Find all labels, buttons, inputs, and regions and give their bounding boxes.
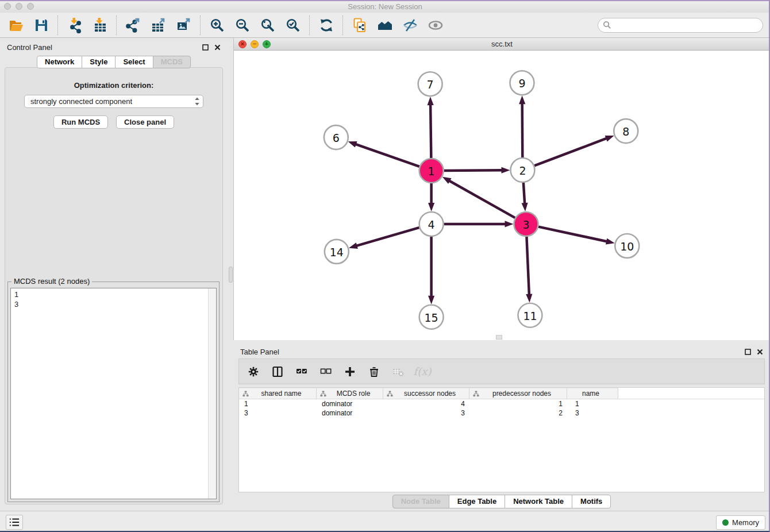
deselect-all-icon[interactable] <box>319 365 333 379</box>
graph-edge-1-7[interactable] <box>430 104 431 158</box>
graph-node-14[interactable]: 14 <box>325 240 349 264</box>
tab-node-table[interactable]: Node Table <box>392 495 449 508</box>
graph-node-10[interactable]: 10 <box>615 234 639 258</box>
graph-edge-3-10[interactable] <box>538 227 607 242</box>
graph-node-11[interactable]: 11 <box>518 303 542 327</box>
show-all-icon[interactable] <box>426 16 445 34</box>
optimization-criterion-select[interactable]: strongly connected component <box>24 95 203 108</box>
splitter-grip[interactable] <box>229 267 233 283</box>
canvas-grip[interactable] <box>496 335 502 340</box>
graph-edge-2-8[interactable] <box>534 138 607 165</box>
export-network-icon[interactable] <box>124 16 143 34</box>
tab-mcds[interactable]: MCDS <box>153 56 191 68</box>
graph-node-4[interactable]: 4 <box>419 212 444 236</box>
network-canvas[interactable]: 7968124314101511 <box>234 51 770 340</box>
edge-arrowhead <box>526 294 532 303</box>
close-panel-icon[interactable] <box>214 44 221 51</box>
node-label: 3 <box>522 218 529 231</box>
tab-motifs[interactable]: Motifs <box>572 495 611 508</box>
table-row[interactable]: 1dominator411 <box>239 399 764 408</box>
vertical-splitter[interactable] <box>228 38 233 510</box>
network-graph[interactable]: 7968124314101511 <box>234 51 770 340</box>
split-panel-icon[interactable] <box>271 365 284 379</box>
export-image-icon[interactable] <box>175 16 193 34</box>
memory-button[interactable]: Memory <box>716 515 765 530</box>
column-header-predecessor-nodes[interactable]: predecessor nodes <box>469 388 567 399</box>
table-cell: 1 <box>239 400 317 408</box>
graph-node-9[interactable]: 9 <box>510 71 534 95</box>
zoom-in-icon[interactable] <box>208 16 226 34</box>
float-panel-icon[interactable] <box>202 44 209 51</box>
clone-network-icon[interactable] <box>351 16 369 34</box>
table-cell: 4 <box>383 400 469 408</box>
settings-icon[interactable] <box>247 365 260 379</box>
table-row[interactable]: 3dominator323 <box>239 408 764 418</box>
zoom-selected-icon[interactable] <box>284 16 302 34</box>
delete-table-icon <box>391 365 405 379</box>
tab-edge-table[interactable]: Edge Table <box>449 495 505 508</box>
tab-network-table[interactable]: Network Table <box>505 495 572 508</box>
graph-node-1[interactable]: 1 <box>419 159 444 183</box>
select-all-icon[interactable] <box>295 365 309 379</box>
table-tabs: Node TableEdge TableNetwork TableMotifs <box>233 495 770 508</box>
tab-network[interactable]: Network <box>37 56 82 68</box>
import-table-icon[interactable] <box>91 16 109 34</box>
graph-edge-1-2[interactable] <box>444 170 503 171</box>
delete-column-icon[interactable] <box>367 365 381 379</box>
column-header-MCDS-role[interactable]: MCDS role <box>317 388 383 399</box>
save-session-icon[interactable] <box>32 16 51 34</box>
table-cell: dominator <box>317 409 383 417</box>
tab-style[interactable]: Style <box>82 56 116 68</box>
close-panel-button[interactable]: Close panel <box>116 115 174 129</box>
graph-node-3[interactable]: 3 <box>514 212 538 236</box>
task-history-button[interactable] <box>6 515 23 530</box>
import-network-icon[interactable] <box>66 16 84 34</box>
add-column-icon[interactable] <box>343 365 357 379</box>
hierarchy-icon <box>320 391 326 397</box>
graph-edge-3-11[interactable] <box>526 237 529 295</box>
window-title: Session: New Session <box>0 2 770 11</box>
tab-select[interactable]: Select <box>115 56 153 68</box>
result-scrollbar[interactable] <box>208 288 216 499</box>
graph-edge-2-3[interactable] <box>523 183 525 204</box>
list-icon <box>9 517 20 527</box>
close-panel-icon[interactable] <box>757 349 763 355</box>
home-icon[interactable] <box>376 16 394 34</box>
column-header-name[interactable]: name <box>567 388 618 399</box>
graph-edge-3-1[interactable] <box>449 180 515 218</box>
table-panel-header: Table Panel <box>233 342 770 357</box>
graph-node-15[interactable]: 15 <box>419 305 444 329</box>
control-panel: Control Panel NetworkStyleSelectMCDS Opt… <box>0 38 228 510</box>
graph-node-6[interactable]: 6 <box>324 125 348 149</box>
node-label: 4 <box>428 218 435 231</box>
node-label: 1 <box>428 165 435 178</box>
zoom-out-icon[interactable] <box>233 16 252 34</box>
mcds-panel: Optimization criterion: strongly connect… <box>5 67 223 504</box>
search-box[interactable] <box>598 18 763 33</box>
table-header-row: shared nameMCDS rolesuccessor nodesprede… <box>239 388 764 399</box>
graph-node-8[interactable]: 8 <box>614 119 638 143</box>
graph-node-2[interactable]: 2 <box>510 158 534 182</box>
node-label: 15 <box>425 311 438 324</box>
graph-edge-1-6[interactable] <box>355 144 419 167</box>
mcds-result-box[interactable]: 13 <box>10 288 217 499</box>
search-input[interactable] <box>611 20 758 30</box>
open-file-icon[interactable] <box>7 16 25 34</box>
graph-edge-2-9[interactable] <box>522 103 523 157</box>
control-panel-tabs: NetworkStyleSelectMCDS <box>0 56 228 68</box>
edge-arrowhead <box>442 177 452 184</box>
node-label: 11 <box>523 310 537 322</box>
node-table: shared nameMCDS rolesuccessor nodesprede… <box>238 387 765 492</box>
export-table-icon[interactable] <box>149 16 168 34</box>
main-toolbar <box>0 13 770 38</box>
run-mcds-button[interactable]: Run MCDS <box>53 115 108 129</box>
column-header-shared-name[interactable]: shared name <box>239 388 317 399</box>
hide-selected-icon[interactable] <box>401 16 419 34</box>
table-cell: 3 <box>383 409 469 417</box>
float-panel-icon[interactable] <box>745 349 751 355</box>
zoom-fit-icon[interactable] <box>259 16 277 34</box>
column-header-successor-nodes[interactable]: successor nodes <box>383 388 469 399</box>
graph-edge-4-14[interactable] <box>356 228 419 246</box>
graph-node-7[interactable]: 7 <box>418 72 442 96</box>
refresh-icon[interactable] <box>317 16 336 34</box>
